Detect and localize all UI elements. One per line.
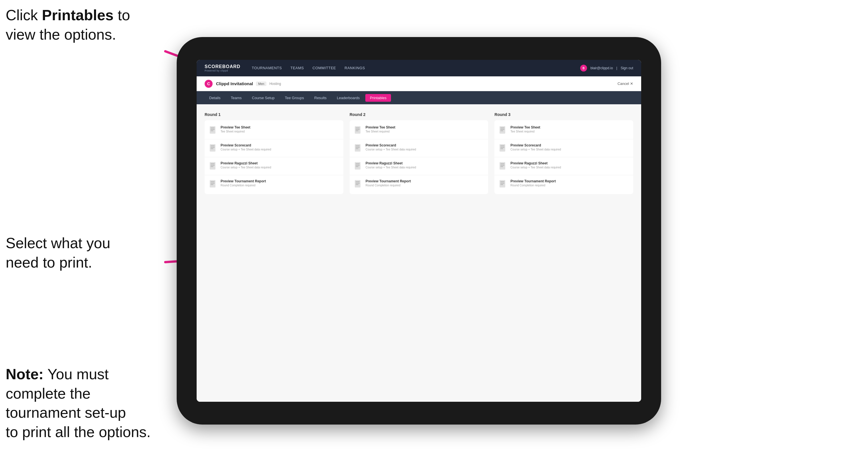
tee-sheet-icon [209,126,217,135]
round-2-section: Round 2 Preview Tee Sheet Tee Sheet requ… [350,112,489,194]
round2-report-subtitle: Round Completion required [366,184,411,187]
round1-tee-sheet-subtitle: Tee Sheet required [221,130,250,133]
svg-rect-27 [355,149,359,149]
svg-rect-29 [355,163,360,164]
nav-committee[interactable]: COMMITTEE [313,66,336,71]
round2-scorecard[interactable]: Preview Scorecard Course setup + Tee She… [354,143,484,153]
round2-report-title: Preview Tournament Report [366,179,411,183]
scorecard-icon [209,144,217,153]
tab-tee-groups[interactable]: Tee Groups [280,94,309,102]
divider [494,175,633,175]
svg-rect-50 [500,183,504,184]
annotation-bold-printables: Printables [42,7,114,23]
scorecard-icon-r3 [499,144,507,153]
annotation-bottom: Note: You mustcomplete thetournament set… [6,365,160,442]
svg-rect-35 [355,184,359,185]
divider [205,157,343,157]
divider [350,175,489,175]
sign-out-link[interactable]: Sign out [621,66,633,70]
tournament-hosting: Hosting [269,82,281,86]
svg-rect-8 [210,144,215,152]
round1-tee-sheet-title: Preview Tee Sheet [221,125,250,129]
round3-raguzzi-subtitle: Course setup + Tee Sheet data required [510,166,561,169]
svg-rect-30 [355,165,360,165]
svg-rect-44 [500,162,505,169]
svg-rect-37 [500,128,504,128]
svg-rect-25 [355,146,360,146]
annotation-middle: Select what youneed to print. [6,234,160,272]
annotation-top: Click Printables toview the options. [6,6,160,44]
round3-tee-sheet[interactable]: Preview Tee Sheet Tee Sheet required [499,125,629,135]
round2-tee-sheet-title: Preview Tee Sheet [366,125,396,129]
svg-rect-31 [355,166,359,167]
svg-rect-13 [211,163,215,164]
report-icon-r3 [499,180,507,189]
svg-rect-33 [355,182,360,182]
svg-rect-11 [211,149,213,149]
svg-rect-14 [211,165,215,165]
tournament-name: Clippd Invitational [216,81,253,86]
annotation-note-label: Note: [6,366,43,382]
round3-scorecard-subtitle: Course setup + Tee Sheet data required [510,148,561,151]
nav-tournaments[interactable]: TOURNAMENTS [252,66,282,71]
round1-tee-sheet[interactable]: Preview Tee Sheet Tee Sheet required [209,125,339,135]
tablet-frame: SCOREBOARD Powered by clippd TOURNAMENTS… [177,37,661,425]
divider [494,139,633,139]
round3-raguzzi-title: Preview Raguzzi Sheet [510,161,561,165]
svg-rect-32 [355,180,361,187]
round3-report-title: Preview Tournament Report [510,179,556,183]
round-3-card: Preview Tee Sheet Tee Sheet required Pre… [494,120,633,194]
round2-raguzzi-subtitle: Course setup + Tee Sheet data required [366,166,416,169]
raguzzi-icon-r3 [499,162,507,171]
tab-teams[interactable]: Teams [226,94,246,102]
round3-tournament-report[interactable]: Preview Tournament Report Round Completi… [499,179,629,189]
round2-tee-sheet[interactable]: Preview Tee Sheet Tee Sheet required [354,125,484,135]
round-2-card: Preview Tee Sheet Tee Sheet required Pre… [350,120,489,194]
user-email: blair@clippd.io [590,66,613,70]
round1-scorecard[interactable]: Preview Scorecard Course setup + Tee She… [209,143,339,153]
nav-rankings[interactable]: RANKINGS [344,66,365,71]
scorecard-icon-r2 [354,144,362,153]
round3-tee-sheet-title: Preview Tee Sheet [510,125,540,129]
tablet-screen: SCOREBOARD Powered by clippd TOURNAMENTS… [197,60,641,402]
sub-nav: Details Teams Course Setup Tee Groups Re… [197,91,641,104]
top-nav-links: TOURNAMENTS TEAMS COMMITTEE RANKINGS [252,66,580,71]
tournament-header: C Clippd Invitational Men Hosting Cancel… [197,76,641,91]
tab-results[interactable]: Results [310,94,331,102]
report-icon-r2 [354,180,362,189]
round1-tournament-report[interactable]: Preview Tournament Report Round Completi… [209,179,339,189]
svg-rect-47 [500,166,503,167]
tab-leaderboards[interactable]: Leaderboards [332,94,364,102]
nav-teams[interactable]: TEAMS [290,66,304,71]
top-nav-right: B blair@clippd.io | Sign out [580,65,633,71]
tee-sheet-icon-r3 [499,126,507,135]
svg-rect-4 [210,126,215,134]
round-2-title: Round 2 [350,112,489,117]
round3-scorecard[interactable]: Preview Scorecard Course setup + Tee She… [499,143,629,153]
tee-sheet-icon-r2 [354,126,362,135]
round2-scorecard-title: Preview Scorecard [366,143,416,147]
round1-raguzzi-title: Preview Raguzzi Sheet [221,161,271,165]
round3-raguzzi[interactable]: Preview Raguzzi Sheet Course setup + Tee… [499,161,629,171]
tab-course-setup[interactable]: Course Setup [247,94,279,102]
cancel-button[interactable]: Cancel ✕ [618,82,633,86]
svg-rect-5 [211,128,215,128]
svg-rect-24 [355,144,361,152]
svg-rect-40 [500,144,505,152]
raguzzi-icon [209,162,217,171]
round-1-card: Preview Tee Sheet Tee Sheet required [205,120,343,194]
round3-report-subtitle: Round Completion required [510,184,556,187]
round3-tee-sheet-subtitle: Tee Sheet required [510,130,540,133]
tab-printables[interactable]: Printables [365,94,391,102]
tab-details[interactable]: Details [205,94,225,102]
divider [494,157,633,157]
round1-raguzzi-subtitle: Course setup + Tee Sheet data required [221,166,271,169]
round1-scorecard-title: Preview Scorecard [221,143,271,147]
round2-tournament-report[interactable]: Preview Tournament Report Round Completi… [354,179,484,189]
svg-rect-22 [355,129,360,130]
round1-raguzzi[interactable]: Preview Raguzzi Sheet Course setup + Tee… [209,161,339,171]
round2-raguzzi[interactable]: Preview Raguzzi Sheet Course setup + Tee… [354,161,484,171]
svg-rect-51 [500,184,503,185]
svg-rect-9 [211,146,215,146]
svg-rect-49 [500,182,504,182]
